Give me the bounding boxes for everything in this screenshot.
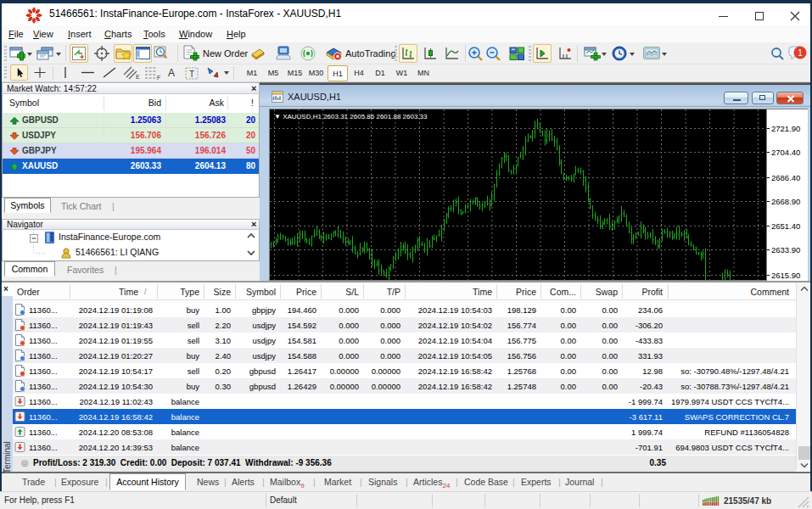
- svg-text:F: F: [157, 75, 160, 80]
- svg-text:T: T: [189, 70, 194, 79]
- svg-text:1: 1: [798, 48, 803, 58]
- svg-text:E: E: [136, 74, 140, 80]
